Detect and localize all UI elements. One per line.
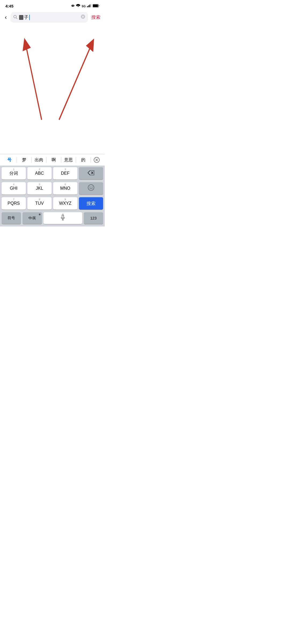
key-123[interactable]: 123 [84,212,103,224]
key-tuv[interactable]: 8 TUV [27,197,52,210]
prediction-item-3[interactable]: 啊 [46,156,61,164]
key-fenci[interactable]: 1 分词 [2,167,26,180]
status-icons: 👁 5G [71,4,99,8]
key-def[interactable]: 3 DEF [53,167,77,180]
key-abc[interactable]: 2 ABC [27,167,52,180]
key-pqrs[interactable]: 7 PQRS [2,197,26,210]
prediction-item-2[interactable]: 出肉 [32,156,46,164]
svg-line-7 [16,18,17,19]
prediction-bar: 号 梦 出肉 啊 意思 的 [0,154,105,166]
app-container: 4:45 👁 5G ‹ 子 [0,0,105,226]
signal-icon [87,4,91,8]
svg-rect-0 [87,6,88,7]
clear-button[interactable] [81,14,85,20]
back-button[interactable]: ‹ [4,13,8,22]
keyboard-row-4: 符号 中/英 ⊕ 0 123 [0,211,105,225]
key-emoji[interactable] [79,182,103,195]
keyboard-row-1: 1 分词 2 ABC 3 DEF [0,166,105,181]
search-text[interactable]: 子 [19,14,79,20]
eye-icon: 👁 [71,4,75,8]
globe-icon: ⊕ [39,213,41,216]
key-space[interactable]: 0 [44,212,82,224]
key-ghi[interactable]: 4 GHI [2,182,26,195]
svg-line-11 [26,44,42,120]
search-char: 子 [24,14,28,20]
search-action-button[interactable]: 搜索 [91,13,101,21]
key-jkl[interactable]: 5 JKL [27,182,52,195]
battery-icon [93,4,99,8]
status-bar: 4:45 👁 5G [0,0,105,10]
status-time: 4:45 [5,4,13,8]
search-input-wrapper[interactable]: 子 [10,12,88,23]
key-lang[interactable]: 中/英 ⊕ [23,212,42,224]
masked-char [19,15,23,20]
svg-point-20 [92,187,93,188]
keyboard: 1 分词 2 ABC 3 DEF 4 GHI [0,166,105,226]
svg-rect-3 [91,4,92,7]
svg-rect-5 [93,5,98,7]
prediction-item-1[interactable]: 梦 [17,156,31,164]
5g-icon: 5G [82,5,86,8]
annotation-arrows [0,25,105,154]
svg-line-12 [59,44,92,120]
key-symbol[interactable]: 符号 [2,212,21,224]
key-mno[interactable]: 6 MNO [53,182,77,195]
content-area [0,25,105,154]
keyboard-row-2: 4 GHI 5 JKL 6 MNO [0,181,105,196]
prediction-delete-button[interactable] [91,157,103,163]
space-key-num: 0 [62,213,64,216]
smiley-icon [88,184,95,193]
key-delete[interactable] [79,167,103,180]
keyboard-row-3: 7 PQRS 8 TUV 9 WXYZ 搜索 [0,196,105,211]
svg-rect-1 [88,5,89,7]
svg-point-18 [88,185,94,191]
svg-rect-2 [89,5,90,7]
wifi-icon [76,4,80,8]
search-icon [13,15,17,20]
search-key-label: 搜索 [86,200,96,207]
prediction-item-5[interactable]: 的 [76,156,90,164]
prediction-item-0[interactable]: 号 [2,156,17,164]
prediction-item-4[interactable]: 意思 [61,156,76,164]
text-cursor [29,15,30,20]
key-wxyz[interactable]: 9 WXYZ [53,197,77,210]
svg-point-19 [90,187,90,188]
search-bar-row: ‹ 子 搜索 [0,10,105,25]
delete-icon [88,170,94,177]
key-search[interactable]: 搜索 [79,197,103,210]
